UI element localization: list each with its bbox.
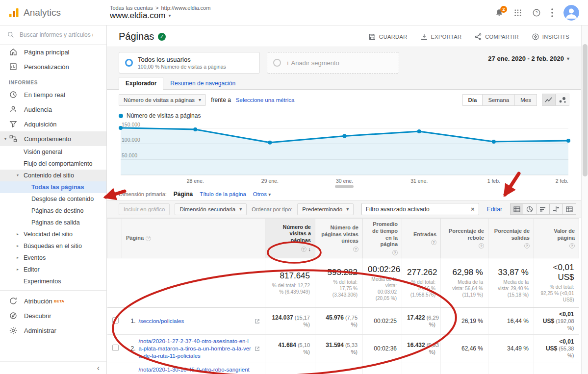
row-select-cell	[107, 308, 122, 335]
sidebar-item-behavior-overview[interactable]: Visión general	[0, 146, 106, 158]
help-icon: ?	[569, 243, 575, 249]
timeline-handle[interactable]	[335, 185, 354, 188]
view-performance-button[interactable]	[537, 203, 550, 215]
granularity-day-button[interactable]: Día	[462, 94, 483, 106]
chevron-down-icon: ▾	[239, 206, 242, 212]
add-segment-button[interactable]: + Añadir segmento	[267, 52, 399, 74]
svg-text:1 feb.: 1 feb.	[487, 178, 500, 184]
share-button[interactable]: COMPARTIR	[474, 33, 519, 41]
external-link-icon[interactable]	[255, 346, 260, 351]
sidebar-item-admin[interactable]: Administrar	[0, 323, 106, 338]
column-header-bounce-rate[interactable]: Porcentaje de rebote?	[441, 219, 488, 258]
notification-badge: 2	[500, 6, 507, 13]
table-header-row: Página? Número de visitas a páginas?↓ Nú…	[107, 219, 579, 258]
select-metric-link[interactable]: Seleccione una métrica	[236, 97, 295, 103]
column-header-page-value[interactable]: Valor de página?	[534, 219, 579, 258]
verified-check-icon: ✓	[158, 33, 166, 41]
row-checkbox[interactable]	[112, 345, 119, 351]
sidebar-item-attribution[interactable]: Atribución BETA	[0, 294, 106, 308]
column-header-pageviews[interactable]: Número de visitas a páginas?↓	[265, 219, 315, 258]
column-header-unique-pageviews[interactable]: Número de páginas vistas únicas?	[315, 219, 363, 258]
close-icon[interactable]: ×	[471, 205, 475, 213]
sidebar-item-content-drilldown[interactable]: Desglose de contenido	[0, 193, 106, 205]
motion-chart-toggle[interactable]	[556, 94, 569, 106]
scrollbar[interactable]	[581, 25, 588, 374]
segment-name: Todos los usuarios	[138, 56, 226, 63]
page-link[interactable]: /seccion/policiales	[139, 318, 252, 325]
metric-cell: 00:02:57	[363, 363, 402, 374]
export-button[interactable]: EXPORTAR	[420, 33, 462, 41]
granularity-month-button[interactable]: Mes	[515, 94, 537, 106]
line-chart-toggle[interactable]	[542, 94, 556, 106]
sidebar-search[interactable]	[0, 25, 106, 45]
sidebar-item-site-search[interactable]: ▸Búsquedas en el sitio	[0, 240, 106, 252]
breadcrumb-accounts[interactable]: Todas las cuentas	[110, 5, 153, 11]
property-selector[interactable]: www.eldia.com ▾	[110, 11, 495, 21]
view-pivot-button[interactable]	[563, 203, 576, 215]
sidebar-item-realtime[interactable]: En tiempo real	[0, 87, 106, 102]
segment-card-all-users[interactable]: Todos los usuarios 100,00 % Número de vi…	[119, 52, 260, 74]
column-header-exit-rate[interactable]: Porcentaje de salidas?	[488, 219, 534, 258]
sidebar-item-landing-pages[interactable]: Páginas de destino	[0, 205, 106, 217]
breadcrumb-property-url[interactable]: http://www.eldia.com	[161, 5, 211, 11]
sidebar-item-editor[interactable]: ▸Editor	[0, 264, 106, 275]
sidebar-item-acquisition[interactable]: Adquisición	[0, 117, 106, 131]
edit-filter-link[interactable]: Editar	[487, 206, 502, 213]
avatar[interactable]	[563, 5, 579, 21]
chevron-down-icon: ▾	[168, 13, 171, 18]
sidebar-item-behavior[interactable]: ▾ Comportamiento	[0, 131, 106, 146]
sidebar-item-site-content[interactable]: ▾Contenido del sitio	[0, 170, 106, 181]
breadcrumb[interactable]: Todas las cuentas > http://www.eldia.com	[110, 5, 495, 11]
metric-dropdown[interactable]: Número de visitas a páginas ▾	[119, 94, 206, 106]
column-header-entrances[interactable]: Entradas?	[402, 219, 441, 258]
view-comparison-button[interactable]	[550, 203, 563, 215]
search-input[interactable]	[20, 31, 93, 38]
primary-dimension-label: Dimensión primaria:	[119, 191, 167, 197]
row-checkbox[interactable]	[112, 317, 119, 324]
external-link-icon[interactable]	[255, 319, 260, 324]
collapse-sidebar-button[interactable]: ‹	[97, 364, 100, 373]
metric-cell: 36.682(4,49 %)	[265, 363, 315, 374]
page-link[interactable]: /nota/2020-1-30-10-45-0-otro-robo-sangri…	[139, 366, 252, 374]
metric-cell: 59,21 %	[441, 363, 488, 374]
column-header-avg-time[interactable]: Promedio de tiempo en la página?	[363, 219, 402, 258]
date-range-picker[interactable]: 27 ene. 2020 - 2 feb. 2020 ▾	[488, 55, 569, 62]
sidebar-item-site-speed[interactable]: ▸Velocidad del sitio	[0, 228, 106, 240]
sidebar-item-audience[interactable]: Audiencia	[0, 102, 106, 117]
secondary-dimension-dropdown[interactable]: Dimensión secundaria ▾	[175, 203, 247, 215]
scrollbar-thumb[interactable]	[583, 44, 588, 176]
dimension-page[interactable]: Página	[174, 191, 193, 198]
apps-grid-button[interactable]	[513, 8, 522, 17]
tab-explorer[interactable]: Explorador	[119, 77, 163, 90]
page-link[interactable]: /nota/2020-1-27-2-37-40-otro-asesinato-e…	[139, 338, 252, 360]
help-button[interactable]: ?	[532, 8, 541, 17]
tab-navigation-summary[interactable]: Resumen de navegación	[163, 77, 242, 89]
svg-text:29 ene.: 29 ene.	[261, 178, 279, 184]
sidebar-item-behavior-flow[interactable]: Flujo del comportamiento	[0, 158, 106, 170]
view-percentage-button[interactable]	[523, 203, 537, 215]
column-header-page[interactable]: Página?	[122, 219, 265, 258]
dimension-page-title[interactable]: Título de la página	[200, 191, 246, 197]
help-icon: ?	[353, 247, 358, 252]
dimension-other[interactable]: Otros ▾	[253, 191, 271, 197]
help-icon: ?	[392, 250, 398, 255]
analytics-logo-icon[interactable]	[8, 7, 20, 19]
more-options-button[interactable]	[551, 8, 554, 18]
save-button[interactable]: GUARDAR	[368, 33, 408, 41]
sidebar-item-experiments[interactable]: Experimentos	[0, 275, 106, 287]
caret-down-icon: ▾	[17, 173, 24, 178]
notifications-button[interactable]: 2	[495, 8, 504, 17]
insights-button[interactable]: INSIGHTS	[532, 33, 569, 41]
sidebar-item-all-pages[interactable]: Todas las páginas	[0, 181, 106, 193]
view-table-button[interactable]	[510, 203, 523, 215]
traffic-chart[interactable]: 50.000100.000150.00028 ene.29 ene.30 ene…	[119, 121, 572, 184]
advanced-filter-chip[interactable]: Filtro avanzado activado ×	[361, 203, 479, 215]
sidebar-item-events[interactable]: ▸Eventos	[0, 252, 106, 264]
sidebar-item-discover[interactable]: Descubrir	[0, 308, 106, 323]
sort-type-dropdown[interactable]: Predeterminado ▾	[297, 203, 354, 215]
sidebar-item-exit-pages[interactable]: Páginas de salida	[0, 217, 106, 228]
sidebar-item-personalization[interactable]: Personalización	[0, 59, 106, 74]
sidebar-item-home[interactable]: Página principal	[0, 45, 106, 59]
granularity-week-button[interactable]: Semana	[483, 94, 515, 106]
chevron-down-icon: ▾	[346, 206, 349, 212]
